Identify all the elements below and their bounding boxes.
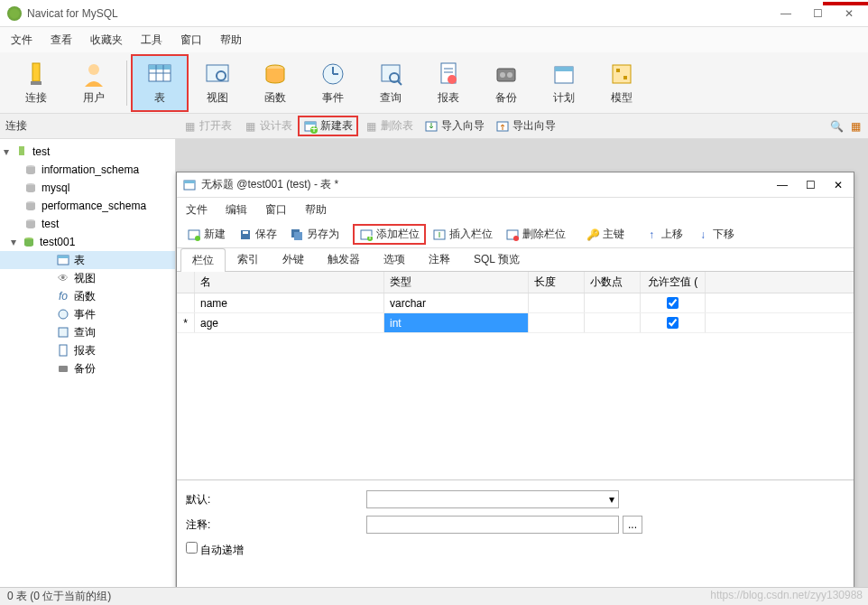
tab-comment[interactable]: 注释 — [417, 247, 462, 271]
menu-help[interactable]: 帮助 — [220, 33, 242, 48]
export-wizard-button[interactable]: 导出向导 — [490, 116, 561, 136]
cell-name[interactable]: name — [195, 293, 384, 312]
menu-file[interactable]: 文件 — [11, 33, 32, 48]
save-as-button[interactable]: 另存为 — [283, 224, 346, 245]
comment-dialog-button[interactable]: ... — [623, 516, 642, 534]
grid-row[interactable]: * age int — [177, 313, 854, 333]
child-menu-help[interactable]: 帮助 — [305, 202, 327, 218]
minimize-button[interactable]: — — [780, 7, 791, 20]
child-menu-edit[interactable]: 编辑 — [226, 202, 247, 218]
delete-table-button[interactable]: ▦删除表 — [358, 116, 419, 136]
toolbar-backup[interactable]: 备份 — [477, 54, 535, 112]
tree-db[interactable]: information_schema — [0, 161, 175, 179]
tab-sqlpreview[interactable]: SQL 预览 — [462, 247, 531, 271]
maximize-button[interactable]: ☐ — [813, 7, 823, 20]
tree-functions[interactable]: fo函数 — [0, 287, 175, 305]
child-maximize-button[interactable]: ☐ — [806, 179, 816, 191]
cell-null[interactable] — [641, 293, 706, 312]
menu-view[interactable]: 查看 — [51, 33, 72, 48]
function-icon — [261, 60, 290, 88]
tab-foreignkeys[interactable]: 外键 — [271, 247, 316, 271]
tree-tables[interactable]: 表 — [0, 251, 175, 269]
null-checkbox[interactable] — [667, 317, 679, 329]
grid-row[interactable]: name varchar — [177, 293, 854, 313]
delete-field-button[interactable]: 删除栏位 — [499, 224, 572, 245]
cell-decimal[interactable] — [585, 313, 641, 332]
cell-length[interactable] — [529, 313, 585, 332]
col-header-type[interactable]: 类型 — [384, 272, 529, 293]
tree-queries[interactable]: 查询 — [0, 323, 175, 341]
tree-backups[interactable]: 备份 — [0, 359, 175, 377]
col-header-name[interactable]: 名 — [195, 272, 384, 293]
primary-key-button[interactable]: 🔑主键 — [579, 224, 631, 245]
tree-reports[interactable]: 报表 — [0, 341, 175, 359]
svg-rect-35 — [19, 146, 24, 155]
tab-options[interactable]: 选项 — [372, 247, 417, 271]
tab-fields[interactable]: 栏位 — [180, 248, 226, 272]
tree-db-active[interactable]: ▾test001 — [0, 233, 175, 251]
col-header-null[interactable]: 允许空值 ( — [641, 272, 706, 293]
grid-mode-icon[interactable]: ▦ — [851, 120, 861, 133]
child-minimize-button[interactable]: — — [777, 179, 788, 191]
col-header-length[interactable]: 长度 — [529, 272, 585, 293]
report-node-icon — [56, 343, 70, 358]
toolbar-report[interactable]: 报表 — [420, 54, 477, 112]
toolbar-model[interactable]: 模型 — [593, 54, 651, 112]
tree-views[interactable]: 👁视图 — [0, 269, 175, 287]
autoinc-checkbox-label[interactable]: 自动递增 — [186, 542, 244, 558]
import-wizard-button[interactable]: 导入向导 — [419, 116, 490, 136]
menu-tools[interactable]: 工具 — [141, 33, 162, 48]
menu-favorites[interactable]: 收藏夹 — [90, 33, 123, 48]
null-checkbox[interactable] — [667, 297, 679, 309]
cell-name[interactable]: age — [195, 313, 384, 332]
insert-field-button[interactable]: 插入栏位 — [426, 224, 499, 245]
child-close-button[interactable]: ✕ — [834, 179, 843, 191]
toolbar-query[interactable]: 查询 — [362, 54, 420, 112]
toolbar-connection[interactable]: 连接 — [7, 54, 65, 112]
tree-db[interactable]: mysql — [0, 179, 175, 197]
report-icon — [434, 60, 463, 88]
cell-type[interactable]: varchar — [384, 293, 529, 312]
tree-db[interactable]: test — [0, 215, 175, 233]
toolbar-function[interactable]: 函数 — [246, 54, 304, 112]
cell-length[interactable] — [529, 293, 585, 312]
grid-header: 名 类型 长度 小数点 允许空值 ( — [177, 272, 854, 293]
tree-db[interactable]: performance_schema — [0, 197, 175, 215]
save-button[interactable]: 保存 — [232, 224, 283, 245]
field-properties: 默认: ▾ 注释: ... 自动递增 — [177, 479, 854, 571]
tree-events[interactable]: 事件 — [0, 305, 175, 323]
close-button[interactable]: ✕ — [845, 7, 854, 20]
new-button[interactable]: 新建 — [180, 224, 232, 245]
cell-decimal[interactable] — [585, 293, 641, 312]
tab-triggers[interactable]: 触发器 — [316, 247, 372, 271]
add-field-button[interactable]: +添加栏位 — [353, 224, 426, 245]
svg-point-2 — [88, 64, 99, 75]
toolbar-user[interactable]: 用户 — [65, 54, 123, 112]
tab-indexes[interactable]: 索引 — [226, 247, 271, 271]
toolbar-table[interactable]: 表 — [131, 54, 189, 112]
toolbar-event[interactable]: 事件 — [304, 54, 362, 112]
arrow-down-icon: ↓ — [696, 228, 710, 242]
menu-window[interactable]: 窗口 — [180, 33, 202, 48]
fields-grid[interactable]: 名 类型 长度 小数点 允许空值 ( name varchar * age — [177, 272, 854, 479]
child-menu-file[interactable]: 文件 — [186, 202, 208, 218]
status-text: 0 表 (0 位于当前的组) — [7, 589, 111, 604]
autoinc-checkbox[interactable] — [186, 542, 198, 554]
move-down-button[interactable]: ↓下移 — [689, 224, 741, 245]
child-menu-window[interactable]: 窗口 — [265, 202, 287, 218]
move-up-button[interactable]: ↑上移 — [638, 224, 689, 245]
tree-root[interactable]: ▾test — [0, 143, 175, 161]
design-table-button[interactable]: ▦设计表 — [237, 116, 298, 136]
cell-type-selected[interactable]: int — [384, 313, 529, 332]
comment-input[interactable] — [366, 516, 619, 534]
toolbar-schedule[interactable]: 计划 — [535, 54, 593, 112]
import-icon — [424, 119, 439, 134]
default-select[interactable]: ▾ — [366, 490, 619, 508]
new-table-button[interactable]: +新建表 — [298, 116, 358, 136]
toolbar-view[interactable]: 视图 — [189, 54, 246, 112]
cell-null[interactable] — [641, 313, 706, 332]
database-icon — [23, 199, 38, 213]
open-table-button[interactable]: ▦打开表 — [177, 116, 237, 136]
search-icon[interactable]: 🔍 — [830, 120, 844, 133]
col-header-decimal[interactable]: 小数点 — [585, 272, 641, 293]
